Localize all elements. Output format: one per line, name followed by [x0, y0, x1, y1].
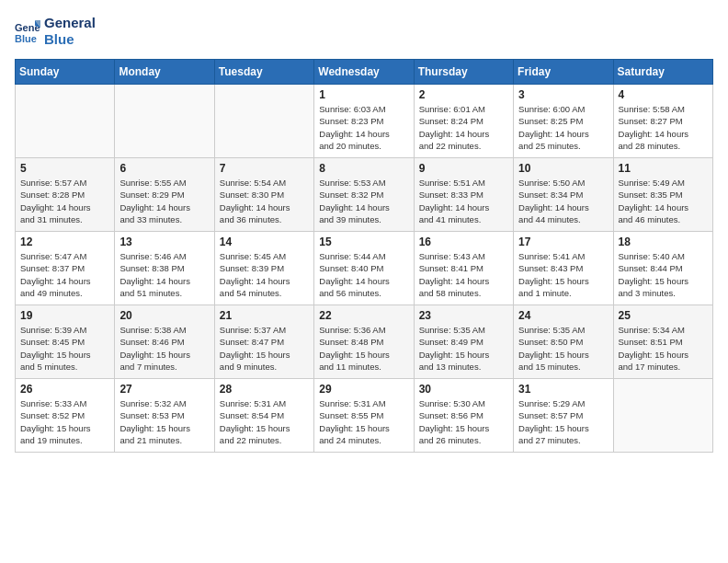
day-number: 2	[419, 88, 508, 101]
calendar-cell: 21Sunrise: 5:37 AM Sunset: 8:47 PM Dayli…	[214, 305, 313, 379]
day-info: Sunrise: 5:37 AM Sunset: 8:47 PM Dayligh…	[220, 324, 309, 373]
day-number: 29	[319, 383, 408, 396]
calendar-cell: 26Sunrise: 5:33 AM Sunset: 8:52 PM Dayli…	[16, 379, 115, 453]
calendar-cell: 3Sunrise: 6:00 AM Sunset: 8:25 PM Daylig…	[514, 85, 613, 158]
day-info: Sunrise: 5:51 AM Sunset: 8:33 PM Dayligh…	[419, 177, 508, 225]
day-number: 28	[220, 383, 309, 396]
calendar-cell: 27Sunrise: 5:32 AM Sunset: 8:53 PM Dayli…	[115, 379, 214, 453]
calendar-header: SundayMondayTuesdayWednesdayThursdayFrid…	[16, 60, 713, 85]
calendar-cell: 5Sunrise: 5:57 AM Sunset: 8:28 PM Daylig…	[16, 158, 115, 232]
logo-icon: General Blue	[15, 18, 40, 44]
calendar-cell	[115, 85, 214, 158]
day-info: Sunrise: 5:33 AM Sunset: 8:52 PM Dayligh…	[20, 397, 109, 446]
calendar-cell: 6Sunrise: 5:55 AM Sunset: 8:29 PM Daylig…	[115, 158, 214, 232]
day-info: Sunrise: 5:41 AM Sunset: 8:43 PM Dayligh…	[518, 250, 608, 299]
calendar-week-3: 12Sunrise: 5:47 AM Sunset: 8:37 PM Dayli…	[16, 232, 713, 305]
weekday-header-tuesday: Tuesday	[214, 60, 313, 85]
calendar-cell: 30Sunrise: 5:30 AM Sunset: 8:56 PM Dayli…	[414, 379, 513, 453]
calendar-cell: 18Sunrise: 5:40 AM Sunset: 8:44 PM Dayli…	[613, 232, 712, 305]
calendar-body: 1Sunrise: 6:03 AM Sunset: 8:23 PM Daylig…	[16, 85, 713, 453]
calendar-week-1: 1Sunrise: 6:03 AM Sunset: 8:23 PM Daylig…	[16, 85, 713, 158]
day-number: 5	[20, 162, 109, 175]
day-info: Sunrise: 5:35 AM Sunset: 8:50 PM Dayligh…	[518, 324, 608, 373]
day-info: Sunrise: 5:29 AM Sunset: 8:57 PM Dayligh…	[518, 397, 608, 446]
day-info: Sunrise: 5:58 AM Sunset: 8:27 PM Dayligh…	[619, 103, 708, 152]
day-number: 11	[619, 162, 708, 175]
day-info: Sunrise: 5:46 AM Sunset: 8:38 PM Dayligh…	[119, 250, 209, 299]
day-info: Sunrise: 5:47 AM Sunset: 8:37 PM Dayligh…	[20, 250, 109, 299]
calendar-cell: 14Sunrise: 5:45 AM Sunset: 8:39 PM Dayli…	[214, 232, 313, 305]
calendar-cell: 29Sunrise: 5:31 AM Sunset: 8:55 PM Dayli…	[314, 379, 414, 453]
calendar-cell: 10Sunrise: 5:50 AM Sunset: 8:34 PM Dayli…	[514, 158, 613, 232]
calendar-cell	[613, 379, 712, 453]
day-info: Sunrise: 5:45 AM Sunset: 8:39 PM Dayligh…	[220, 250, 309, 299]
calendar-week-2: 5Sunrise: 5:57 AM Sunset: 8:28 PM Daylig…	[16, 158, 713, 232]
calendar-cell: 20Sunrise: 5:38 AM Sunset: 8:46 PM Dayli…	[115, 305, 214, 379]
day-info: Sunrise: 6:03 AM Sunset: 8:23 PM Dayligh…	[319, 103, 408, 152]
day-info: Sunrise: 5:57 AM Sunset: 8:28 PM Dayligh…	[20, 177, 109, 225]
day-number: 22	[319, 309, 408, 322]
calendar-table: SundayMondayTuesdayWednesdayThursdayFrid…	[15, 59, 713, 453]
day-number: 24	[518, 309, 608, 322]
day-number: 23	[419, 309, 508, 322]
day-number: 16	[419, 236, 508, 248]
day-info: Sunrise: 5:55 AM Sunset: 8:29 PM Dayligh…	[119, 177, 209, 225]
day-number: 8	[319, 162, 408, 175]
weekday-header-friday: Friday	[514, 60, 613, 85]
day-info: Sunrise: 5:50 AM Sunset: 8:34 PM Dayligh…	[518, 177, 608, 225]
calendar-cell: 4Sunrise: 5:58 AM Sunset: 8:27 PM Daylig…	[613, 85, 712, 158]
calendar-cell: 25Sunrise: 5:34 AM Sunset: 8:51 PM Dayli…	[613, 305, 712, 379]
day-number: 4	[619, 88, 708, 101]
weekday-header-sunday: Sunday	[16, 60, 115, 85]
calendar-cell: 9Sunrise: 5:51 AM Sunset: 8:33 PM Daylig…	[414, 158, 513, 232]
day-info: Sunrise: 5:31 AM Sunset: 8:54 PM Dayligh…	[220, 397, 309, 446]
day-info: Sunrise: 5:39 AM Sunset: 8:45 PM Dayligh…	[20, 324, 109, 373]
day-number: 1	[319, 88, 408, 101]
day-info: Sunrise: 5:35 AM Sunset: 8:49 PM Dayligh…	[419, 324, 508, 373]
calendar-cell: 19Sunrise: 5:39 AM Sunset: 8:45 PM Dayli…	[16, 305, 115, 379]
calendar-cell: 16Sunrise: 5:43 AM Sunset: 8:41 PM Dayli…	[414, 232, 513, 305]
logo: General Blue General Blue	[15, 15, 96, 48]
day-info: Sunrise: 5:49 AM Sunset: 8:35 PM Dayligh…	[619, 177, 708, 225]
calendar-cell: 15Sunrise: 5:44 AM Sunset: 8:40 PM Dayli…	[314, 232, 414, 305]
day-info: Sunrise: 5:53 AM Sunset: 8:32 PM Dayligh…	[319, 177, 408, 225]
calendar-cell: 31Sunrise: 5:29 AM Sunset: 8:57 PM Dayli…	[514, 379, 613, 453]
day-number: 13	[119, 236, 209, 248]
day-number: 17	[518, 236, 608, 248]
day-info: Sunrise: 6:00 AM Sunset: 8:25 PM Dayligh…	[518, 103, 608, 152]
weekday-header-monday: Monday	[115, 60, 214, 85]
calendar-cell: 8Sunrise: 5:53 AM Sunset: 8:32 PM Daylig…	[314, 158, 414, 232]
day-number: 10	[518, 162, 608, 175]
day-number: 9	[419, 162, 508, 175]
day-number: 25	[619, 309, 708, 322]
logo-general: General	[44, 15, 96, 31]
day-info: Sunrise: 5:44 AM Sunset: 8:40 PM Dayligh…	[319, 250, 408, 299]
calendar-cell	[214, 85, 313, 158]
day-number: 31	[518, 383, 608, 396]
day-number: 6	[119, 162, 209, 175]
calendar-cell: 1Sunrise: 6:03 AM Sunset: 8:23 PM Daylig…	[314, 85, 414, 158]
day-info: Sunrise: 5:32 AM Sunset: 8:53 PM Dayligh…	[119, 397, 209, 446]
weekday-header-saturday: Saturday	[613, 60, 712, 85]
day-number: 15	[319, 236, 408, 248]
day-number: 20	[119, 309, 209, 322]
calendar-cell: 22Sunrise: 5:36 AM Sunset: 8:48 PM Dayli…	[314, 305, 414, 379]
calendar-cell: 28Sunrise: 5:31 AM Sunset: 8:54 PM Dayli…	[214, 379, 313, 453]
day-info: Sunrise: 5:31 AM Sunset: 8:55 PM Dayligh…	[319, 397, 408, 446]
calendar-cell: 2Sunrise: 6:01 AM Sunset: 8:24 PM Daylig…	[414, 85, 513, 158]
day-number: 19	[20, 309, 109, 322]
day-number: 18	[619, 236, 708, 248]
calendar-cell: 11Sunrise: 5:49 AM Sunset: 8:35 PM Dayli…	[613, 158, 712, 232]
calendar-cell: 7Sunrise: 5:54 AM Sunset: 8:30 PM Daylig…	[214, 158, 313, 232]
day-info: Sunrise: 5:40 AM Sunset: 8:44 PM Dayligh…	[619, 250, 708, 299]
day-number: 7	[220, 162, 309, 175]
weekday-header-wednesday: Wednesday	[314, 60, 414, 85]
day-info: Sunrise: 5:43 AM Sunset: 8:41 PM Dayligh…	[419, 250, 508, 299]
day-number: 3	[518, 88, 608, 101]
day-info: Sunrise: 5:36 AM Sunset: 8:48 PM Dayligh…	[319, 324, 408, 373]
calendar-cell: 17Sunrise: 5:41 AM Sunset: 8:43 PM Dayli…	[514, 232, 613, 305]
weekday-header-row: SundayMondayTuesdayWednesdayThursdayFrid…	[16, 60, 713, 85]
day-info: Sunrise: 5:54 AM Sunset: 8:30 PM Dayligh…	[220, 177, 309, 225]
day-number: 14	[220, 236, 309, 248]
calendar-week-4: 19Sunrise: 5:39 AM Sunset: 8:45 PM Dayli…	[16, 305, 713, 379]
